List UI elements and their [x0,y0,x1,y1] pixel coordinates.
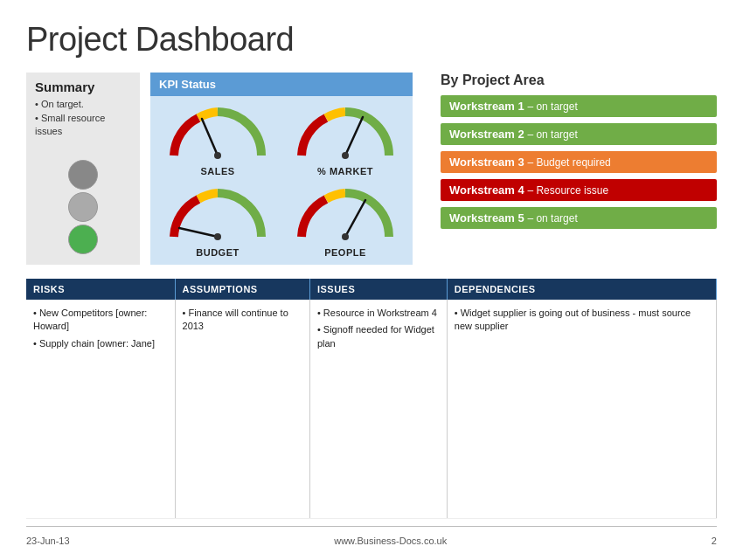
svg-line-4 [179,228,218,237]
issue-2: Signoff needed for Widget plan [317,323,440,350]
workstream-2-name: Workstream 2 [449,128,524,141]
issues-list: Resource in Workstream 4 Signoff needed … [317,307,440,350]
summary-bullet-2: Small resource issues [35,112,131,137]
assumption-1: Finance will continue to 2013 [183,307,302,334]
workstream-list: Workstream 1 – on target Workstream 2 – … [441,95,717,229]
workstream-3-name: Workstream 3 [449,156,524,169]
kpi-gauges: SALES % MARKET [150,96,413,265]
risk-1: New Competitors [owner: Howard] [33,307,168,334]
gauge-people-svg [293,184,398,245]
summary-bullets: On target. Small resource issues [35,98,131,139]
assumptions-list: Finance will continue to 2013 [183,307,302,334]
svg-point-7 [342,233,349,240]
footer-page-number: 2 [712,536,717,546]
page-title: Project Dashboard [26,21,717,59]
cell-dependencies: Widget supplier is going out of business… [447,300,716,519]
risk-2: Supply chain [owner: Jane] [33,337,168,350]
svg-line-2 [345,117,363,156]
gauge-people-label: PEOPLE [324,247,366,258]
col-header-dependencies: DEPENDENCIES [447,279,716,300]
workstream-1-status: – on target [527,100,577,113]
svg-line-0 [202,119,218,156]
footer: 23-Jun-13 www.Business-Docs.co.uk 2 [26,530,717,546]
gauge-sales-svg [165,103,270,164]
gauge-budget: BUDGET [157,184,278,259]
workstream-5-status: – on target [527,212,577,225]
workstream-3: Workstream 3 – Budget required [441,151,717,173]
svg-point-3 [342,152,349,159]
light-red [68,160,98,190]
page: Project Dashboard Summary On target. Sma… [0,0,743,560]
gauge-sales-label: SALES [200,166,234,176]
footer-website: www.Business-Docs.co.uk [334,536,447,546]
table-row: New Competitors [owner: Howard] Supply c… [26,300,717,519]
bottom-table: RISKS ASSUMPTIONS ISSUES DEPENDENCIES Ne… [26,279,717,519]
gauge-market-label: % MARKET [317,166,373,176]
summary-box: Summary On target. Small resource issues [26,73,140,265]
risks-list: New Competitors [owner: Howard] Supply c… [33,307,168,350]
gauge-people: PEOPLE [285,184,406,259]
col-header-assumptions: ASSUMPTIONS [175,279,309,300]
cell-risks: New Competitors [owner: Howard] Supply c… [26,300,175,519]
gauge-budget-svg [165,184,270,245]
summary-title: Summary [35,80,131,94]
light-yellow [68,192,98,222]
project-area-box: By Project Area Workstream 1 – on target… [423,73,717,265]
workstream-2: Workstream 2 – on target [441,123,717,145]
workstream-4-name: Workstream 4 [449,183,524,197]
workstream-2-status: – on target [527,128,577,141]
workstream-4: Workstream 4 – Resource issue [441,179,717,201]
svg-point-1 [214,152,221,159]
workstream-3-status: – Budget required [527,156,610,169]
col-header-issues: ISSUES [309,279,447,300]
cell-assumptions: Finance will continue to 2013 [175,300,309,519]
gauge-budget-label: BUDGET [196,247,239,258]
workstream-5-name: Workstream 5 [449,211,524,225]
workstream-5: Workstream 5 – on target [441,207,717,229]
gauge-market-svg [293,103,398,164]
svg-point-5 [214,233,221,240]
traffic-light [35,153,131,258]
project-area-title: By Project Area [441,73,717,88]
cell-issues: Resource in Workstream 4 Signoff needed … [309,300,447,519]
svg-line-6 [345,200,365,237]
workstream-1-name: Workstream 1 [449,100,524,113]
light-green [68,225,98,254]
workstream-4-status: – Resource issue [527,184,608,197]
top-section: Summary On target. Small resource issues… [26,73,717,265]
workstream-1: Workstream 1 – on target [441,95,717,117]
gauge-sales: SALES [157,103,278,177]
kpi-box: KPI Status SALES [150,73,413,265]
gauge-market: % MARKET [285,103,406,177]
footer-date: 23-Jun-13 [26,536,70,546]
issue-1: Resource in Workstream 4 [317,307,440,320]
dependency-1: Widget supplier is going out of business… [455,307,709,334]
kpi-title: KPI Status [150,73,413,96]
footer-divider [26,526,717,527]
col-header-risks: RISKS [26,279,175,300]
dependencies-list: Widget supplier is going out of business… [455,307,709,334]
summary-bullet-1: On target. [35,98,131,110]
